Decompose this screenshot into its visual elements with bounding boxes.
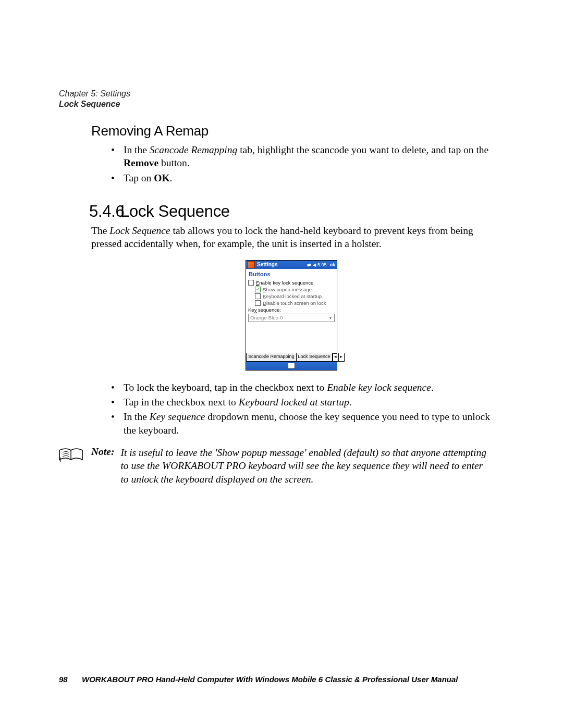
wm-subtitle: Buttons: [246, 269, 337, 279]
page-footer: 98 WORKABOUT PRO Hand-Held Computer With…: [59, 675, 492, 684]
opt-locked-startup: Keyboard locked at startup: [248, 293, 335, 300]
key-sequence-value: Orange-Blue-0: [250, 315, 283, 320]
heading-lock-sequence: 5.4.6Lock Sequence: [89, 202, 492, 221]
chapter-label: Chapter 5: Settings: [59, 89, 130, 98]
wm-device-screen: Settings 5:05 ok Buttons Enable key lock…: [246, 260, 337, 371]
wm-title-bar: Settings 5:05 ok: [246, 261, 337, 269]
key-sequence-label: Key sequence:: [248, 306, 335, 313]
lock-sequence-steps: To lock the keyboard, tap in the checkbo…: [111, 381, 492, 437]
section-label: Lock Sequence: [59, 99, 130, 109]
tab-scancode-remapping[interactable]: Scancode Remapping: [246, 353, 297, 362]
page-number: 98: [59, 675, 82, 684]
heading-text: Lock Sequence: [120, 202, 230, 220]
tab-scroll: ◂ ▸: [333, 353, 345, 362]
keyboard-icon[interactable]: [288, 363, 295, 369]
key-sequence-select[interactable]: Orange-Blue-0: [248, 314, 335, 322]
wm-title: Settings: [257, 262, 307, 267]
list-item: To lock the keyboard, tap in the checkbo…: [111, 381, 492, 394]
checkbox-show-popup[interactable]: [255, 287, 261, 292]
wm-time: 5:05: [317, 262, 327, 267]
lock-sequence-intro: The Lock Sequence tab allows you to lock…: [91, 224, 492, 251]
list-item: In the Key sequence dropdown menu, choos…: [111, 410, 492, 437]
checkbox-enable-lock[interactable]: [248, 280, 254, 286]
heading-removing-a-remap: Removing A Remap: [91, 123, 492, 139]
opt-show-popup: Show popup message: [248, 286, 335, 293]
chevron-down-icon: [328, 315, 333, 320]
heading-number: 5.4.6: [89, 202, 120, 221]
settings-screenshot: Settings 5:05 ok Buttons Enable key lock…: [91, 260, 492, 371]
list-item: Tap on OK.: [111, 171, 492, 184]
volume-icon: [313, 262, 316, 267]
checkbox-locked-startup[interactable]: [255, 293, 261, 299]
note-label: Note:: [91, 446, 120, 458]
wm-body: Enable key lock sequence Show popup mess…: [246, 279, 337, 353]
list-item: In the Scancode Remapping tab, highlight…: [111, 143, 492, 170]
note-block: Note: It is useful to leave the 'Show po…: [91, 446, 492, 486]
wm-status-icons: 5:05 ok: [307, 262, 335, 267]
opt-disable-touch: Disable touch screen on lock: [248, 300, 335, 306]
wm-bottom-bar: [246, 362, 337, 370]
ok-button[interactable]: ok: [329, 262, 335, 267]
list-item: Tap in the checkbox next to Keyboard loc…: [111, 396, 492, 409]
opt-enable-lock: Enable key lock sequence: [248, 279, 335, 286]
remove-remap-steps: In the Scancode Remapping tab, highlight…: [111, 143, 492, 184]
running-header: Chapter 5: Settings Lock Sequence: [59, 89, 130, 109]
tab-lock-sequence[interactable]: Lock Sequence: [297, 353, 333, 362]
connectivity-icon: [307, 262, 311, 267]
wm-tab-strip: Scancode Remapping Lock Sequence ◂ ▸: [246, 353, 337, 362]
checkbox-disable-touch[interactable]: [255, 300, 261, 306]
tab-scroll-left[interactable]: ◂: [333, 353, 338, 361]
start-icon[interactable]: [248, 261, 255, 268]
book-icon: [57, 447, 84, 465]
note-text: It is useful to leave the 'Show popup me…: [120, 446, 492, 486]
footer-title: WORKABOUT PRO Hand-Held Computer With Wi…: [82, 675, 458, 684]
tab-scroll-right[interactable]: ▸: [338, 353, 344, 361]
